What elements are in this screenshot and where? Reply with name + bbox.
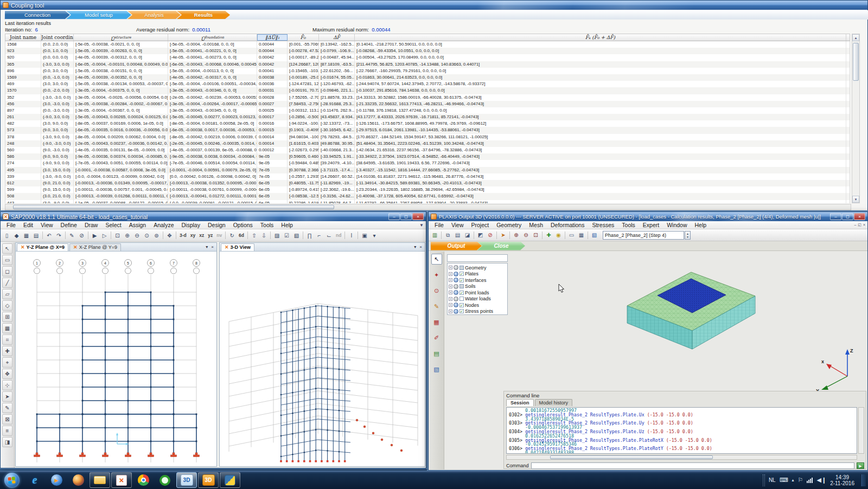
sap-side-tool-7[interactable]: ▦ — [2, 323, 12, 333]
table-row[interactable]: 261(-9.0, 3.0, 0.0)[-5e-05, -0.00043, 0.… — [5, 114, 850, 120]
taskbar-chrome[interactable] — [133, 472, 154, 488]
view-xy-button[interactable]: xy — [189, 231, 197, 240]
tab-menu-icon[interactable]: ▾ — [414, 244, 416, 249]
tree-item-geometry[interactable]: +Geometry — [449, 265, 507, 271]
plaxis-menu-project[interactable]: Project — [468, 222, 493, 228]
plaxis-titlebar[interactable]: PLAXIS Output 3D (V2016.0.0.0) --- SERVE… — [429, 212, 867, 221]
view-3d-button[interactable]: 3-d — [178, 231, 188, 240]
sap-side-tool-4[interactable]: ▱ — [2, 289, 12, 299]
table-row[interactable]: 248(-9.0, -3.0, 0.0)[-2e-05, -0.00043, 0… — [5, 140, 850, 147]
table-row[interactable]: 352(-3.0, -3.0, 0.0)[-3e-05, -0.0004, -0… — [5, 94, 850, 101]
taskbar-python[interactable] — [220, 472, 240, 488]
new-file-icon[interactable]: ▯ — [2, 231, 11, 240]
taskbar-explorer[interactable] — [90, 472, 110, 488]
zoom-full-icon[interactable]: ⊙ — [142, 231, 151, 240]
sap-menu-define[interactable]: Define — [57, 222, 81, 228]
wizard-tab-connection[interactable]: Connection — [5, 11, 70, 19]
table-row[interactable]: 1569(0.0, -1.0, 0.0)[-4e-05, -0.00039, -… — [5, 74, 850, 81]
command-input[interactable] — [531, 462, 854, 469]
selection-arrow-icon[interactable]: ➤ — [499, 230, 508, 240]
sap-titlebar[interactable]: ✕ SAP2000 v18.1.1 Ultimate 64-bit - load… — [1, 212, 426, 221]
table-row[interactable]: 495(3.0, 15.0, 0.0)[-0.0001, -0.00038, 0… — [5, 167, 850, 173]
tree-checkbox[interactable]: ✓ — [459, 291, 464, 295]
sap-side-tool-16[interactable]: ≡ — [2, 426, 12, 436]
log-vertical-scrollbar[interactable] — [858, 407, 864, 454]
session-log[interactable]: 0.001816725509579970302> getsingleresult… — [506, 407, 857, 454]
plaxis-side-tool-6[interactable]: ▤ — [431, 348, 442, 359]
view-tab-yz-plane[interactable]: ✕Y-Z Plane @ X=9 — [17, 243, 68, 251]
sap-menu-select[interactable]: Select — [101, 222, 125, 228]
redo-icon[interactable]: ↷ — [54, 231, 63, 240]
expand-icon[interactable]: + — [449, 291, 452, 294]
plaxis-side-tool-1[interactable]: ✦ — [431, 269, 442, 280]
table-row[interactable]: 897(0.0, -3.0, 0.0)[-3e-05, -0.0004, -0.… — [5, 107, 850, 114]
sap-menu-display[interactable]: Display — [178, 222, 204, 228]
view-nv-button[interactable]: nv — [215, 231, 224, 240]
expand-icon[interactable]: + — [449, 297, 452, 301]
plaxis-side-tool-2[interactable]: ⊙ — [431, 285, 442, 296]
close-button[interactable]: × — [854, 213, 865, 220]
tree-item-plates[interactable]: +✓Plates — [449, 271, 507, 278]
spotlight-icon[interactable]: ◉ — [554, 230, 563, 240]
command-tab-session[interactable]: Session — [506, 399, 534, 406]
taskbar-grip[interactable] — [763, 474, 765, 486]
report-icon[interactable]: ◩ — [476, 230, 485, 240]
wizard-tab-analysis[interactable]: Analysis — [127, 11, 181, 19]
wizard-tab-model-setup[interactable]: Model setup — [66, 11, 131, 19]
visibility-icon[interactable] — [454, 303, 458, 307]
tab-menu-icon[interactable]: ▾ — [206, 244, 208, 249]
sap-side-tool-0[interactable]: ↖ — [2, 243, 12, 254]
sap-side-tool-6[interactable]: ⊞ — [2, 312, 12, 322]
taskbar-media[interactable] — [155, 472, 175, 488]
tree-checkbox[interactable]: ✓ — [459, 309, 464, 313]
taskbar-ie[interactable]: e — [24, 472, 45, 488]
table-vertical-scrollbar[interactable]: ▲ ▼ — [852, 34, 860, 203]
table-row[interactable]: 896(0.0, 3.0, 0.0)[-5e-05, -0.00038, -0.… — [5, 68, 850, 74]
run-step-icon[interactable]: ▷ — [100, 231, 109, 240]
expand-icon[interactable]: + — [449, 272, 452, 276]
mode-tab-close[interactable]: Close — [477, 242, 525, 250]
sap-menu-analyze[interactable]: Analyze — [150, 222, 177, 228]
expand-icon[interactable]: + — [449, 310, 452, 313]
perspective-button[interactable]: 6d — [237, 231, 246, 240]
sap-menu-design[interactable]: Design — [204, 222, 229, 228]
column-header[interactable]: F̄ₖ (F̄₀ + ΔF̄) — [355, 34, 846, 41]
tree-item-interfaces[interactable]: +✓Interfaces — [449, 277, 507, 284]
run-command-button[interactable]: ▶ — [857, 462, 864, 469]
action-center-flag-icon[interactable]: ⚐ — [798, 477, 803, 484]
print-icon[interactable]: ▤ — [31, 231, 41, 240]
visibility-icon[interactable] — [454, 284, 458, 289]
sap-side-tool-13[interactable]: ➤ — [2, 391, 12, 402]
tree-item-stress-points[interactable]: +✓Stress points — [449, 308, 507, 315]
sap-menu-assign[interactable]: Assign — [125, 222, 150, 228]
close-button[interactable]: × — [412, 213, 424, 220]
sap-menu-options[interactable]: Options — [229, 222, 257, 228]
speaker-icon[interactable]: ◀❙ — [816, 477, 826, 484]
table-row[interactable]: 1568(0.0, 2.0, 0.0)[-5e-05, -0.00038, -0… — [5, 41, 850, 48]
command-tab-model-history[interactable]: Model history — [535, 399, 573, 406]
table-row[interactable]: 920(0.0, 0.0, 0.0)[-4e-05, -0.00039, -0.… — [5, 54, 850, 61]
shrink-objects-icon[interactable]: ▨ — [272, 231, 282, 240]
frame-section-icon[interactable]: I — [347, 231, 356, 240]
scroll-down-icon[interactable]: ▼ — [852, 196, 859, 203]
minimize-icon[interactable]: – — [854, 223, 856, 227]
scrollbar-thumb[interactable] — [853, 43, 859, 81]
plaxis-menu-geometry[interactable]: Geometry — [493, 222, 525, 228]
object-display-icon[interactable]: ▧ — [292, 231, 301, 240]
column-header[interactable]: ΔF̄ — [319, 34, 355, 41]
zoom-in-icon[interactable]: ⊕ — [123, 231, 132, 240]
plaxis-menu-tools[interactable]: Tools — [618, 222, 639, 228]
sap-side-tool-15[interactable]: ⊠ — [2, 414, 12, 424]
table-row[interactable]: 612(9.0, 21.0, 0.0)[-0.00013, -0.00036, … — [5, 180, 850, 186]
close-view-icon[interactable]: × — [211, 244, 214, 249]
start-button[interactable] — [4, 473, 20, 488]
zoom-window-icon[interactable]: ⊡ — [113, 231, 122, 240]
taskbar-plaxis-input-3d[interactable]: 3D — [198, 472, 219, 488]
column-header[interactable]: ‖ΔŪ‖₁ — [257, 34, 288, 41]
keyboard-icon[interactable]: ⌨ — [780, 477, 788, 484]
maximize-button[interactable]: ◻ — [842, 213, 853, 220]
show-tables-icon[interactable]: ▣ — [360, 231, 369, 240]
taskbar-plaxis-output-3d[interactable]: 3D — [176, 472, 197, 488]
view-tab-3d-view[interactable]: ✕3-D View — [221, 243, 254, 251]
table-row[interactable]: 923(0.0, 1.0, 0.0)[-5e-05, -0.00039, -0.… — [5, 48, 850, 54]
